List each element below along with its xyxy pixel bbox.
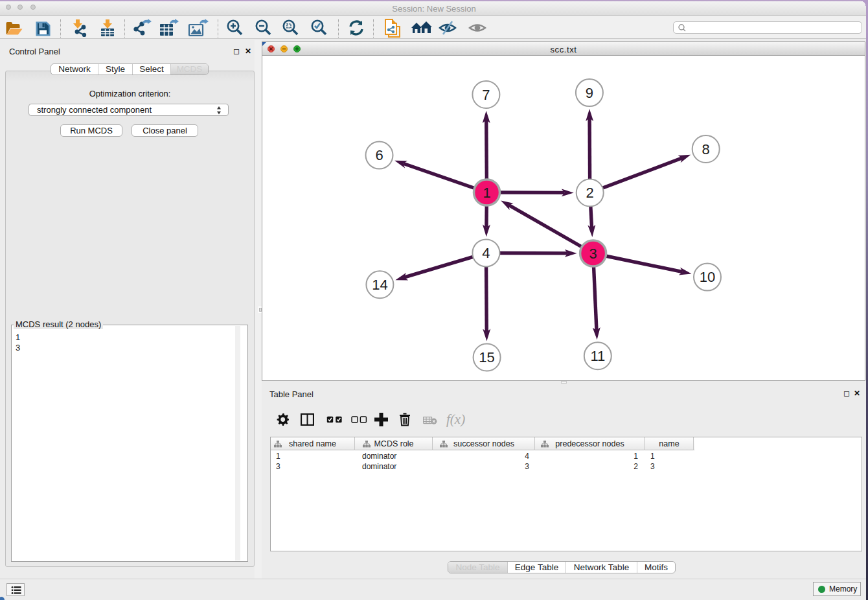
svg-text:14: 14	[372, 277, 387, 293]
svg-text:8: 8	[702, 141, 710, 157]
svg-text:9: 9	[586, 85, 593, 101]
svg-text:6: 6	[375, 147, 383, 163]
svg-text:2: 2	[586, 185, 594, 201]
svg-text:7: 7	[482, 87, 490, 103]
svg-text:10: 10	[700, 269, 715, 285]
svg-text:4: 4	[482, 245, 490, 261]
svg-text:11: 11	[590, 348, 605, 364]
svg-text:3: 3	[589, 246, 597, 262]
svg-text:1: 1	[483, 185, 490, 201]
svg-text:15: 15	[479, 349, 494, 365]
